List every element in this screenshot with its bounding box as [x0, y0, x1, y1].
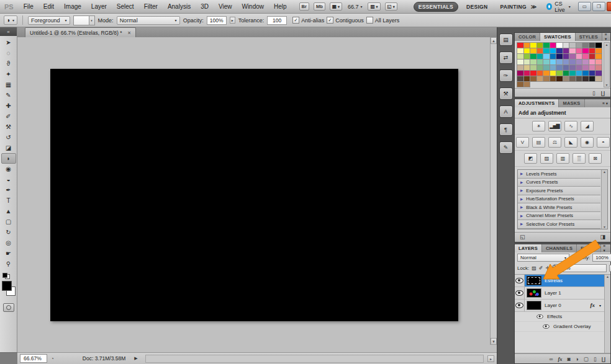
preset-exposure-presets[interactable]: ▶Exposure Presets — [518, 187, 600, 195]
color-swatch[interactable] — [582, 48, 589, 54]
3d-camera-tool-icon[interactable]: ◎ — [1, 237, 16, 248]
color-swatch[interactable] — [524, 43, 531, 48]
workspace-overflow-button[interactable]: ≫ — [531, 4, 536, 10]
color-swatch[interactable] — [550, 54, 557, 60]
color-swatch[interactable] — [576, 60, 583, 65]
layers-scrollbar[interactable]: ▲ — [604, 275, 610, 353]
color-swatch[interactable] — [563, 76, 570, 82]
swatches-tab-swatches[interactable]: SWATCHES — [540, 33, 576, 41]
color-swatch[interactable] — [530, 54, 537, 60]
color-swatch[interactable] — [569, 76, 576, 82]
effect-row-effects[interactable]: Effects — [515, 312, 604, 322]
expanded-view-icon[interactable]: ◱ — [520, 234, 525, 240]
foreground-color-swatch[interactable] — [2, 281, 12, 291]
color-swatch[interactable] — [537, 48, 544, 54]
color-swatch[interactable] — [550, 60, 557, 65]
color-swatch[interactable] — [582, 60, 589, 65]
checkbox-contiguous[interactable]: ✓Contiguous — [327, 17, 364, 24]
menu-edit[interactable]: Edit — [38, 3, 59, 10]
color-swatch[interactable] — [589, 60, 596, 65]
color-swatch[interactable] — [556, 76, 563, 82]
color-swatch[interactable] — [556, 43, 563, 48]
visibility-toggle[interactable] — [515, 300, 525, 311]
pen-tool-icon[interactable]: ✒ — [1, 185, 16, 195]
color-swatch[interactable] — [556, 54, 563, 60]
black-white-adjustment-icon[interactable]: ◣ — [564, 137, 577, 148]
color-swatch[interactable] — [563, 60, 570, 65]
color-swatch[interactable] — [556, 48, 563, 54]
layer-opacity-input[interactable]: 100% — [592, 254, 611, 262]
fx-collapse-icon[interactable]: ▾ — [598, 303, 602, 308]
status-popup-icon[interactable]: ▶ — [134, 356, 137, 361]
color-swatch[interactable] — [524, 71, 531, 76]
menu-help[interactable]: Help — [269, 3, 292, 10]
shape-tool-icon[interactable]: ▢ — [1, 216, 16, 227]
color-swatch[interactable] — [595, 71, 602, 76]
zoom-percentage-field[interactable]: 66.67% — [20, 354, 47, 363]
hue-saturation-adjustment-icon[interactable]: ▤ — [532, 137, 545, 148]
visibility-toggle[interactable] — [515, 275, 525, 286]
color-swatch[interactable] — [543, 76, 550, 82]
workspace-design[interactable]: DESIGN — [462, 2, 492, 11]
posterize-adjustment-icon[interactable]: ▨ — [540, 153, 553, 164]
color-swatch[interactable] — [537, 76, 544, 82]
color-swatch[interactable] — [576, 48, 583, 54]
restore-button[interactable]: ❐ — [592, 2, 605, 11]
color-swatch[interactable] — [569, 54, 576, 60]
color-swatch[interactable] — [517, 65, 524, 71]
cs-live-menu[interactable]: CS Live ▾ — [546, 1, 571, 13]
color-swatch[interactable] — [563, 65, 570, 71]
color-swatch[interactable] — [589, 65, 596, 71]
menu-view[interactable]: View — [214, 3, 237, 10]
menu-select[interactable]: Select — [112, 3, 139, 10]
adjustments-tab-masks[interactable]: MASKS — [559, 99, 584, 107]
color-swatch[interactable] — [595, 43, 602, 48]
levels-adjustment-icon[interactable]: ▂▅▇ — [548, 121, 561, 131]
color-swatch[interactable] — [524, 54, 531, 60]
scroll-down-icon[interactable]: ▼ — [491, 338, 497, 345]
color-swatch[interactable] — [517, 76, 524, 82]
color-swatch[interactable] — [524, 48, 531, 54]
color-swatch[interactable] — [543, 65, 550, 71]
color-swatch[interactable] — [595, 48, 602, 54]
menu-file[interactable]: File — [19, 3, 38, 10]
layer-mask-icon[interactable]: ◙ — [568, 356, 571, 362]
lock-transparency-icon[interactable]: ▨ — [532, 265, 536, 271]
color-swatch[interactable] — [569, 65, 576, 71]
color-swatch[interactable] — [530, 43, 537, 48]
preset-selective-color-presets[interactable]: ▶Selective Color Presets — [518, 220, 600, 229]
opacity-input[interactable]: 100% — [207, 16, 227, 25]
lock-position-icon[interactable]: ✛ — [545, 265, 550, 271]
healing-brush-tool-icon[interactable]: ✚ — [1, 100, 16, 111]
layer-row-estrelas[interactable]: Estrelas — [515, 275, 604, 287]
menu-analysis[interactable]: Analysis — [163, 3, 196, 10]
color-swatch[interactable] — [582, 43, 589, 48]
color-swatch[interactable] — [563, 48, 570, 54]
color-swatch[interactable] — [595, 60, 602, 65]
color-swatch[interactable] — [569, 71, 576, 76]
color-swatch[interactable] — [589, 48, 596, 54]
layer-fx-badge[interactable]: fx — [590, 302, 595, 308]
eyedropper-tool-icon[interactable]: ✎ — [1, 90, 16, 100]
color-swatch[interactable] — [550, 71, 557, 76]
color-swatch[interactable] — [576, 43, 583, 48]
color-swatch[interactable] — [543, 71, 550, 76]
color-swatch[interactable] — [576, 54, 583, 60]
color-swatch[interactable] — [563, 54, 570, 60]
dodge-tool-icon[interactable]: ◒ — [1, 174, 16, 185]
color-swatch[interactable] — [537, 60, 544, 65]
color-swatch[interactable] — [569, 60, 576, 65]
view-extras-button[interactable]: ▦▾ — [330, 2, 342, 11]
photo-filter-adjustment-icon[interactable]: ◉ — [581, 137, 594, 148]
layer-row-layer-0[interactable]: Layer 0fx▾ — [515, 300, 604, 312]
color-swatch[interactable] — [530, 48, 537, 54]
adjustments-panel-menu-icon[interactable]: ≡ ▾ — [600, 99, 610, 107]
exposure-adjustment-icon[interactable]: ◢ — [581, 121, 594, 131]
color-swatch[interactable] — [576, 71, 583, 76]
menu-image[interactable]: Image — [59, 3, 86, 10]
menu-layer[interactable]: Layer — [86, 3, 112, 10]
layers-tab-paths[interactable]: PATHS — [577, 244, 600, 252]
default-colors-icon[interactable] — [2, 273, 10, 279]
gradient-map-adjustment-icon[interactable]: ▒ — [573, 153, 586, 164]
menu-filter[interactable]: Filter — [139, 3, 163, 10]
